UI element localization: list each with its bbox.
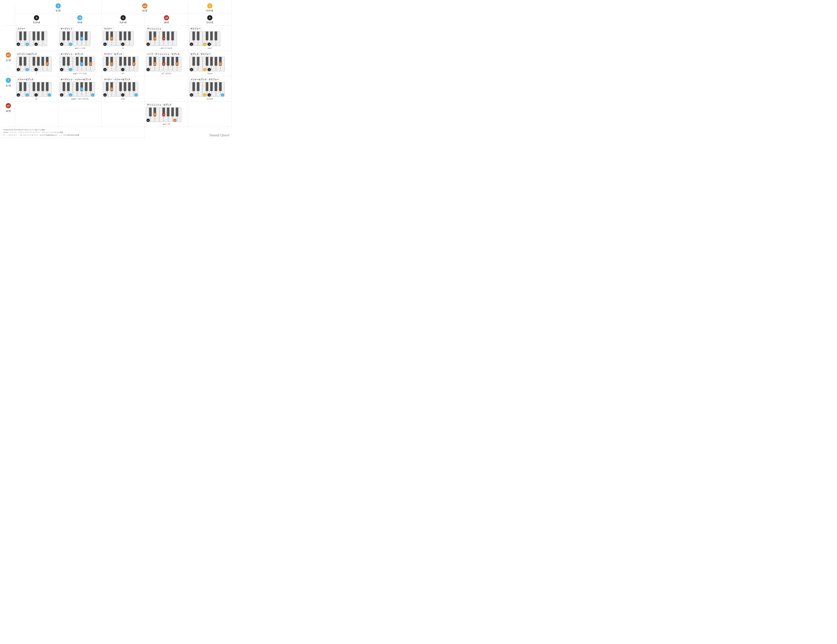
svg-text:m3: m3	[111, 63, 113, 65]
svg-rect-208	[19, 82, 22, 91]
svg-text:5: 5	[209, 44, 210, 45]
svg-text:R: R	[191, 69, 192, 71]
svg-text:m3: m3	[111, 88, 113, 90]
svg-text:+5: +5	[81, 88, 82, 90]
svg-rect-275	[197, 82, 199, 91]
svg-rect-296	[149, 108, 152, 116]
piano-maj7sus4: R 4 5 7	[189, 82, 230, 98]
chord-title-minormaj7: マイナー・メジャーセブンス	[103, 78, 131, 81]
label-major-third: 長3度	[56, 9, 61, 12]
svg-text:m3: m3	[154, 63, 156, 65]
badge-major-third: 3	[56, 3, 61, 8]
svg-rect-65	[171, 31, 174, 40]
svg-rect-83	[215, 31, 217, 40]
svg-rect-209	[24, 82, 26, 91]
svg-rect-64	[167, 31, 169, 40]
svg-text:R: R	[105, 44, 105, 45]
badge-perfect-fourth: 4	[207, 3, 212, 8]
svg-rect-122	[76, 57, 79, 66]
piano-sus4: R 4 5	[189, 31, 230, 47]
label-perfect-fourth: 完全4度	[206, 9, 213, 12]
svg-text:R: R	[18, 94, 19, 96]
piano-augmaj7: R 3 +5 7	[59, 82, 100, 98]
svg-rect-27	[76, 31, 79, 40]
svg-rect-142	[106, 57, 108, 66]
label-minor-third: 短3度	[142, 9, 148, 12]
svg-text:R: R	[148, 69, 149, 71]
label-p5-2: 完全5度	[120, 21, 126, 24]
svg-text:R: R	[61, 44, 62, 45]
svg-rect-187	[197, 57, 199, 66]
chord-title-maj7: メジャーセブンス	[16, 78, 34, 81]
svg-rect-101	[37, 57, 39, 66]
alias-minor: m	[103, 47, 144, 49]
svg-rect-186	[192, 57, 195, 66]
badge-minor-third: m3	[142, 3, 148, 8]
chord-title-minor: マイナー	[103, 27, 113, 31]
svg-rect-79	[192, 31, 195, 40]
svg-text:5: 5	[36, 44, 37, 45]
svg-rect-61	[149, 31, 152, 40]
svg-rect-256	[128, 82, 131, 91]
svg-rect-98	[19, 57, 22, 66]
piano-halfdim7: R m3 o5 m7	[146, 57, 187, 72]
piano-7sus4: R 4 5 m7	[189, 57, 230, 72]
svg-rect-168	[171, 57, 174, 66]
svg-rect-47	[128, 31, 131, 40]
svg-text:m3: m3	[154, 38, 156, 39]
piano-dom7: R 3 5 m7	[16, 57, 57, 72]
label-p5-1: 完全5度	[33, 21, 40, 24]
svg-rect-189	[210, 57, 213, 66]
svg-text:4: 4	[204, 44, 205, 45]
svg-rect-210	[33, 82, 35, 91]
alias-maj7sus4: Δ7sus4	[189, 98, 230, 100]
piano-maj7: R 3 5 7	[16, 82, 57, 98]
svg-text:7: 7	[92, 94, 94, 96]
svg-rect-167	[167, 57, 169, 66]
svg-rect-254	[119, 82, 122, 91]
svg-text:m7: m7	[220, 63, 221, 65]
svg-text:R: R	[105, 94, 105, 96]
svg-text:R: R	[105, 69, 105, 71]
svg-rect-100	[33, 57, 35, 66]
svg-rect-10	[37, 31, 39, 40]
svg-rect-252	[106, 82, 108, 91]
svg-rect-188	[206, 57, 208, 66]
svg-rect-9	[33, 31, 35, 40]
svg-rect-45	[119, 31, 122, 40]
chord-title-dim7: ディミニッシュ・セブンス	[146, 103, 172, 107]
sound-quest-logo: Sound Quest	[209, 133, 230, 137]
alias-halfdim7: ø7 / m7(-5)	[146, 72, 187, 75]
chord-title-dim: ディミニッシュ	[146, 27, 162, 31]
svg-rect-8	[24, 31, 26, 40]
svg-text:R: R	[191, 44, 192, 45]
chord-title-sus4: サスフォー	[189, 27, 202, 31]
svg-text:5: 5	[122, 44, 123, 45]
piano-dim: R m3 o5	[146, 31, 187, 47]
svg-text:R: R	[191, 94, 192, 96]
svg-rect-7	[19, 31, 22, 40]
svg-text:R: R	[61, 94, 62, 96]
svg-rect-278	[215, 82, 217, 91]
chord-title-dom7: (ドミナント)セブンス	[16, 52, 38, 56]
svg-rect-190	[215, 57, 217, 66]
svg-text:5: 5	[122, 94, 123, 96]
svg-text:5: 5	[209, 69, 210, 71]
svg-text:m7: m7	[90, 63, 92, 65]
svg-rect-235	[89, 82, 92, 91]
svg-rect-274	[192, 82, 195, 91]
svg-rect-230	[62, 82, 65, 91]
chord-title-major: メジャー	[16, 27, 26, 31]
svg-text:3: 3	[70, 94, 71, 96]
svg-text:3: 3	[27, 69, 28, 71]
badge-p5-1: 5	[34, 15, 39, 20]
svg-text:5: 5	[122, 69, 123, 71]
svg-rect-80	[197, 31, 199, 40]
svg-rect-29	[85, 31, 87, 40]
badge-p5-2: 5	[121, 15, 126, 20]
chord-title-maj7sus4: メジャーセブンス・サスフォー	[189, 78, 220, 81]
svg-text:R: R	[148, 44, 149, 45]
svg-text:3: 3	[27, 44, 28, 45]
row-label-7: 7 長7度	[3, 78, 14, 87]
svg-rect-231	[67, 82, 70, 91]
